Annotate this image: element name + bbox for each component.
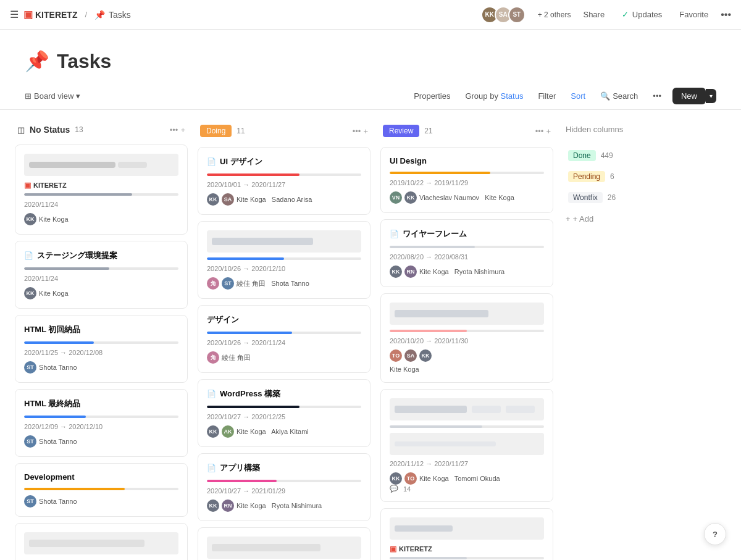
card-date: 2020/11/12 → 2020/11/27: [390, 460, 544, 467]
status-badge-doing: Doing: [200, 125, 232, 137]
column-add-icon[interactable]: +: [180, 125, 185, 135]
search-icon: 🔍: [600, 91, 610, 101]
card-assignees: KK TO Kite Koga Tomomi Okuda: [390, 472, 544, 485]
menu-icon[interactable]: ☰: [10, 9, 19, 20]
page-breadcrumb: 📌 Tasks: [94, 10, 131, 20]
card-title: HTML 初回納品: [24, 324, 178, 335]
group-by-button[interactable]: Group by Status: [461, 89, 527, 103]
properties-button[interactable]: Properties: [410, 89, 454, 103]
column-header-doing: Doing 11 ••• +: [198, 120, 371, 142]
favorite-button[interactable]: Favorite: [674, 7, 713, 22]
card-date: 2020/11/24: [24, 201, 178, 208]
column-no-status: ◫ No Status 13 ••• + ▣ KITERETZ 2020/11/…: [15, 120, 188, 560]
card-r1[interactable]: UI Design 2019/10/22 → 2019/11/29 VN KK …: [380, 147, 553, 213]
card-d2[interactable]: 2020/10/26 → 2020/12/10 角 ST 綾佳 角田 Shota…: [198, 221, 371, 299]
toolbar-more-icon[interactable]: •••: [649, 89, 665, 103]
updates-button[interactable]: ✓ Updates: [617, 7, 667, 22]
search-button[interactable]: 🔍 Search: [597, 89, 642, 103]
comment-count: 14: [403, 485, 411, 493]
progress-bar: [390, 425, 544, 428]
card-assignees: KK Kite Koga: [24, 213, 178, 225]
page-fire-icon: 📌: [94, 10, 105, 20]
assignee-name: Kite Koga Akiya Kitami: [237, 428, 309, 435]
card-assignees: VN KK Viacheslav Naumov Kite Koga: [390, 191, 544, 204]
column-add-icon[interactable]: +: [363, 127, 368, 136]
more-options-icon[interactable]: •••: [721, 9, 731, 20]
assignee-name: Shota Tanno: [39, 438, 77, 445]
card-title: 📄 ワイヤーフレーム: [390, 228, 544, 240]
brand-name: KITERETZ: [35, 10, 77, 20]
board-view-toggle[interactable]: ⊞ Board view ▾: [25, 91, 80, 101]
card-brand: ▣ KITERETZ: [24, 181, 178, 190]
card-assignees: KK SA Kite Koga Sadano Arisa: [207, 193, 361, 206]
card-title: 📄 アプリ構築: [207, 462, 361, 474]
column-actions-doing[interactable]: ••• +: [353, 127, 368, 136]
help-button[interactable]: ?: [704, 523, 726, 545]
column-more-icon[interactable]: •••: [353, 127, 361, 136]
avatar-kite: KK: [24, 287, 36, 299]
card-date: 2019/10/22 → 2019/11/29: [390, 179, 544, 186]
assignee-name: Kite Koga Sadano Arisa: [237, 196, 312, 203]
card-image-placeholder: [390, 303, 544, 325]
card-ns3[interactable]: HTML 初回納品 2020/11/25 → 2020/12/08 ST Sho…: [15, 315, 188, 383]
breadcrumb-sep: /: [85, 10, 87, 19]
card-d6[interactable]: ▣ KITERETZ: [198, 527, 371, 560]
column-actions-no-status[interactable]: ••• +: [170, 125, 185, 135]
brand[interactable]: ▣ KITERETZ: [23, 9, 77, 20]
card-assignees: KK AK Kite Koga Akiya Kitami: [207, 425, 361, 438]
avatar-viach: VN: [390, 191, 402, 204]
avatar-tomomi: TO: [390, 349, 402, 362]
avatar-akiya: AK: [222, 425, 234, 438]
card-d4[interactable]: 📄 WordPress 構築 2020/10/27 → 2020/12/25 K…: [198, 379, 371, 447]
new-button[interactable]: New: [672, 88, 706, 104]
card-r2[interactable]: 📄 ワイヤーフレーム 2020/08/20 → 2020/08/31 KK RN…: [380, 219, 553, 287]
card-date: 2020/11/24: [24, 275, 178, 282]
avatar-shota: ST: [24, 435, 36, 448]
status-badge-review: Review: [383, 125, 419, 137]
column-actions-review[interactable]: ••• +: [535, 127, 551, 136]
filter-button[interactable]: Filter: [534, 89, 559, 103]
column-add-icon[interactable]: +: [546, 127, 551, 136]
card-ns1[interactable]: ▣ KITERETZ 2020/11/24 KK Kite Koga: [15, 144, 188, 235]
share-button[interactable]: Share: [578, 7, 609, 22]
assignee-name: Kite Koga: [39, 290, 69, 297]
doc-icon: 📄: [24, 251, 33, 260]
card-ns6[interactable]: ▣ KITERETZ KK Kite Koga: [15, 523, 188, 560]
card-image-placeholder: [24, 154, 178, 176]
assignee-name: Shota Tanno: [39, 364, 77, 371]
add-column-button[interactable]: + + Add: [563, 209, 687, 228]
card-d3[interactable]: デザイン 2020/10/26 → 2020/11/24 角 綾佳 角田: [198, 305, 371, 373]
add-icon: +: [566, 214, 571, 224]
card-assignees: 角 ST 綾佳 角田 Shota Tanno: [207, 277, 361, 290]
progress-bar: [390, 246, 544, 248]
wontfix-count: 26: [608, 193, 616, 202]
card-d1[interactable]: 📄 UI デザイン 2020/10/01 → 2020/11/27 KK SA …: [198, 147, 371, 215]
column-header-review: Review 21 ••• +: [380, 120, 553, 142]
sort-button[interactable]: Sort: [567, 89, 589, 103]
column-more-icon[interactable]: •••: [170, 125, 178, 135]
avatar-kite: KK: [390, 265, 402, 278]
card-ns4[interactable]: HTML 最終納品 2020/12/09 → 2020/12/10 ST Sho…: [15, 389, 188, 457]
hidden-col-done[interactable]: Done 449: [563, 146, 687, 165]
card-d5[interactable]: 📄 アプリ構築 2020/10/27 → 2021/01/29 KK RN Ki…: [198, 453, 371, 521]
card-r3[interactable]: 2020/10/20 → 2020/11/30 TO SA KK Kite Ko…: [380, 293, 553, 383]
new-dropdown-arrow[interactable]: ▾: [706, 89, 716, 103]
avatar-kite: KK: [207, 425, 219, 438]
assignee-name: Kite Koga Tomomi Okuda: [419, 475, 500, 482]
nav-left: ☰ ▣ KITERETZ / 📌 Tasks: [10, 9, 131, 20]
doc-icon: 📄: [207, 390, 216, 398]
second-progress-placeholder: [390, 433, 544, 455]
new-button-group[interactable]: New ▾: [672, 88, 716, 104]
card-r4[interactable]: 2020/11/12 → 2020/11/27 KK TO Kite Koga …: [380, 389, 553, 502]
progress-bar: [207, 257, 361, 260]
pending-count: 6: [610, 172, 614, 181]
card-ns5[interactable]: Development ST Shota Tanno: [15, 463, 188, 517]
hidden-col-pending[interactable]: Pending 6: [563, 167, 687, 186]
card-title: 📄 WordPress 構築: [207, 388, 361, 399]
hidden-col-wontfix[interactable]: Wontfix 26: [563, 188, 687, 207]
card-ns2[interactable]: 📄 ステージング環境提案 2020/11/24 KK Kite Koga: [15, 241, 188, 309]
column-more-icon[interactable]: •••: [535, 127, 544, 136]
assignee-name: Viacheslav Naumov Kite Koga: [419, 194, 514, 201]
assignee-name: 綾佳 角田 Shota Tanno: [237, 279, 309, 288]
card-r5[interactable]: ▣ KITERETZ SA KK Sadano Arisa Kite Koga …: [380, 508, 553, 560]
